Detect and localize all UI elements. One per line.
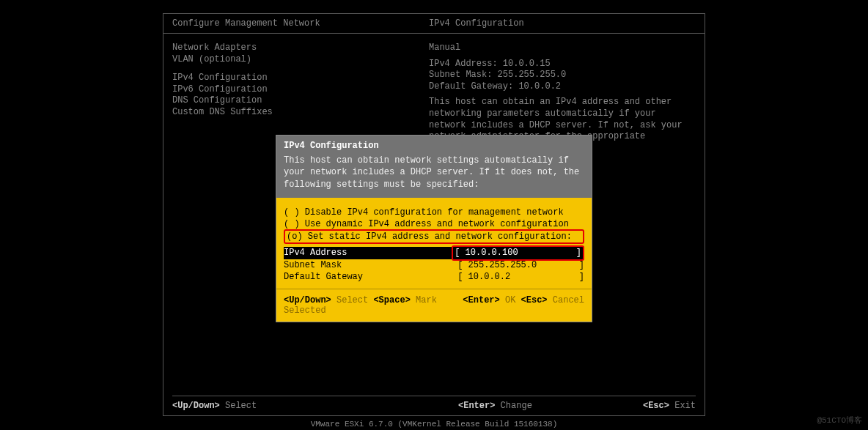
highlight-static-option: (o) Set static IPv4 address and network … — [284, 229, 584, 244]
field-subnet-mask-value: [ 255.255.255.0 ] — [457, 259, 584, 271]
watermark: @51CTO博客 — [817, 415, 862, 426]
dlg-updown-key: <Up/Down> — [284, 295, 331, 305]
field-ipv4-address-label: IPv4 Address — [284, 247, 452, 259]
header-title: IPv4 Configuration — [429, 18, 696, 29]
sidebar-item-dns-suffixes[interactable]: Custom DNS Suffixes — [172, 107, 429, 119]
option-dynamic-ipv4[interactable]: ( ) Use dynamic IPv4 address and network… — [284, 218, 584, 230]
footer-enter-label: Change — [495, 401, 532, 411]
sidebar-item-ipv4[interactable]: IPv4 Configuration — [172, 73, 429, 84]
dialog-description: This host can obtain network settings au… — [284, 155, 584, 190]
field-subnet-mask-label: Subnet Mask — [284, 259, 457, 271]
field-default-gateway-value: [ 10.0.0.2 ] — [457, 271, 584, 283]
dialog-title: IPv4 Configuration — [284, 140, 584, 152]
footer-esc-key: <Esc> — [643, 401, 669, 411]
sidebar-item-ipv6[interactable]: IPv6 Configuration — [172, 84, 429, 96]
ipv4-dialog: IPv4 Configuration This host can obtain … — [276, 135, 592, 322]
field-default-gateway-label: Default Gateway — [284, 271, 457, 283]
dlg-esc-label: Cancel — [548, 295, 584, 305]
footer-esc-label: Exit — [669, 401, 696, 411]
footer-updown-label: Select — [220, 401, 257, 411]
field-ipv4-address-value[interactable]: [ 10.0.0.100 ] — [452, 245, 584, 260]
info-mode: Manual — [429, 42, 696, 54]
dlg-enter-label: OK — [500, 295, 521, 305]
dlg-updown-label: Select — [331, 295, 374, 305]
dialog-body: ( ) Disable IPv4 configuration for manag… — [276, 198, 592, 289]
fields: IPv4 Address [ 10.0.0.100 ] Subnet Mask … — [284, 247, 584, 283]
version-bar: VMware ESXi 6.7.0 (VMKernel Release Buil… — [0, 420, 868, 429]
info-subnet-mask: Subnet Mask: 255.255.255.0 — [429, 70, 696, 81]
field-ipv4-address[interactable]: IPv4 Address [ 10.0.0.100 ] — [284, 247, 584, 259]
footer: <Up/Down> Select <Enter> Change <Esc> Ex… — [172, 396, 696, 411]
option-disable-ipv4[interactable]: ( ) Disable IPv4 configuration for manag… — [284, 207, 584, 218]
dialog-header: IPv4 Configuration This host can obtain … — [276, 136, 592, 198]
sidebar-item-network-adapters[interactable]: Network Adapters — [172, 42, 429, 54]
footer-enter-key: <Enter> — [458, 401, 495, 411]
info-ipv4-address: IPv4 Address: 10.0.0.15 — [429, 59, 696, 70]
footer-updown-key: <Up/Down> — [172, 401, 220, 411]
option-static-ipv4[interactable]: (o) Set static IPv4 address and network … — [287, 231, 581, 242]
dlg-esc-key: <Esc> — [521, 295, 548, 305]
sidebar-item-dns[interactable]: DNS Configuration — [172, 95, 429, 107]
dialog-footer: <Up/Down> Select <Space> Mark Selected <… — [276, 289, 592, 322]
header-breadcrumb: Configure Management Network — [172, 18, 429, 29]
dlg-space-key: <Space> — [373, 295, 410, 305]
sidebar-item-vlan[interactable]: VLAN (optional) — [172, 54, 429, 66]
dlg-enter-key: <Enter> — [463, 295, 499, 305]
header: Configure Management Network IPv4 Config… — [163, 14, 705, 34]
field-default-gateway[interactable]: Default Gateway [ 10.0.0.2 ] — [284, 271, 584, 283]
field-subnet-mask[interactable]: Subnet Mask [ 255.255.255.0 ] — [284, 259, 584, 271]
info-default-gateway: Default Gateway: 10.0.0.2 — [429, 81, 696, 93]
